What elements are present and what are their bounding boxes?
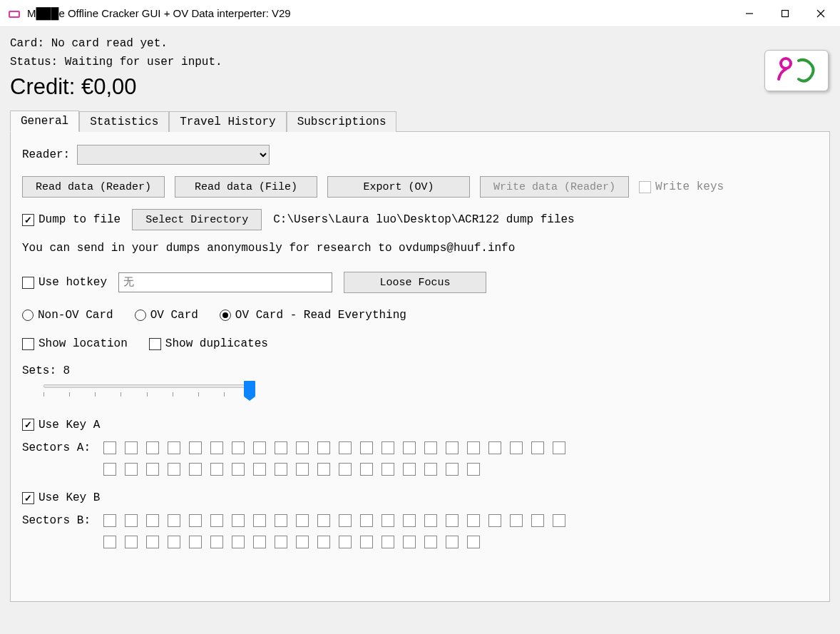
sector-b-8[interactable]: [275, 514, 287, 527]
radio-non-ov-dot[interactable]: [22, 310, 34, 321]
show-duplicates-checkbox[interactable]: Show duplicates: [149, 337, 268, 350]
sector-b-2[interactable]: [146, 514, 159, 527]
sector-a-38[interactable]: [446, 463, 459, 476]
sector-a-10[interactable]: [317, 441, 330, 454]
radio-ov-all[interactable]: OV Card - Read Everything: [220, 309, 406, 322]
sector-a-18[interactable]: [488, 441, 501, 454]
sector-a-33[interactable]: [339, 463, 352, 476]
tab-statistics[interactable]: Statistics: [79, 111, 169, 132]
sector-b-6[interactable]: [232, 514, 245, 527]
sector-a-16[interactable]: [446, 441, 459, 454]
radio-ov-dot[interactable]: [135, 310, 146, 321]
sector-b-7[interactable]: [253, 514, 266, 527]
sector-a-19[interactable]: [510, 441, 523, 454]
sector-a-20[interactable]: [531, 441, 544, 454]
use-key-b-box[interactable]: [22, 492, 34, 504]
sector-b-29[interactable]: [253, 536, 266, 548]
sector-b-24[interactable]: [146, 536, 159, 548]
sector-a-12[interactable]: [360, 441, 373, 454]
tab-general[interactable]: General: [10, 111, 79, 132]
sector-a-17[interactable]: [467, 441, 480, 454]
sector-a-14[interactable]: [403, 441, 416, 454]
sector-b-30[interactable]: [275, 536, 287, 548]
dump-to-file-box[interactable]: [22, 214, 34, 226]
sector-a-13[interactable]: [381, 441, 394, 454]
sector-a-34[interactable]: [360, 463, 373, 476]
tab-travel-history[interactable]: Travel History: [169, 111, 286, 132]
sector-a-4[interactable]: [189, 441, 202, 454]
export-ov-button[interactable]: Export (OV): [327, 176, 470, 198]
sector-a-6[interactable]: [232, 441, 245, 454]
sector-a-28[interactable]: [232, 463, 245, 476]
reader-select[interactable]: [77, 145, 270, 165]
sector-b-12[interactable]: [360, 514, 373, 527]
sector-b-18[interactable]: [488, 514, 501, 527]
sector-b-16[interactable]: [446, 514, 459, 527]
sector-b-34[interactable]: [360, 536, 373, 548]
slider-track[interactable]: [43, 384, 250, 388]
use-key-b-checkbox[interactable]: Use Key B: [22, 491, 100, 504]
sector-b-1[interactable]: [125, 514, 138, 527]
sector-b-11[interactable]: [339, 514, 352, 527]
use-key-a-checkbox[interactable]: Use Key A: [22, 419, 100, 431]
sector-b-3[interactable]: [168, 514, 180, 527]
sector-a-25[interactable]: [168, 463, 180, 476]
sector-b-13[interactable]: [381, 514, 394, 527]
sector-a-2[interactable]: [146, 441, 159, 454]
sector-b-32[interactable]: [317, 536, 330, 548]
close-button[interactable]: [803, 1, 839, 26]
sector-b-21[interactable]: [553, 514, 565, 527]
read-data-file-button[interactable]: Read data (File): [175, 176, 317, 198]
sector-b-38[interactable]: [446, 536, 459, 548]
tab-subscriptions[interactable]: Subscriptions: [287, 111, 397, 132]
sector-b-15[interactable]: [424, 514, 437, 527]
sector-a-7[interactable]: [253, 441, 266, 454]
sector-a-11[interactable]: [339, 441, 352, 454]
sector-b-37[interactable]: [424, 536, 437, 548]
sector-b-31[interactable]: [296, 536, 309, 548]
sets-slider[interactable]: [43, 384, 250, 397]
sector-b-28[interactable]: [232, 536, 245, 548]
sector-b-23[interactable]: [125, 536, 138, 548]
sector-a-39[interactable]: [467, 463, 480, 476]
sector-a-29[interactable]: [253, 463, 266, 476]
sector-a-37[interactable]: [424, 463, 437, 476]
maximize-button[interactable]: [767, 1, 803, 26]
slider-thumb[interactable]: [244, 381, 255, 397]
sector-a-3[interactable]: [168, 441, 180, 454]
sector-a-24[interactable]: [146, 463, 159, 476]
sector-a-15[interactable]: [424, 441, 437, 454]
sector-a-26[interactable]: [189, 463, 202, 476]
sector-a-30[interactable]: [275, 463, 287, 476]
sector-a-36[interactable]: [403, 463, 416, 476]
sector-b-35[interactable]: [381, 536, 394, 548]
sector-a-32[interactable]: [317, 463, 330, 476]
sector-b-9[interactable]: [296, 514, 309, 527]
sector-a-8[interactable]: [275, 441, 287, 454]
sector-b-22[interactable]: [103, 536, 116, 548]
sector-b-39[interactable]: [467, 536, 480, 548]
sector-b-25[interactable]: [168, 536, 180, 548]
use-key-a-box[interactable]: [22, 419, 34, 431]
radio-ov-all-dot[interactable]: [220, 310, 231, 321]
show-location-checkbox[interactable]: Show location: [22, 337, 128, 350]
sector-a-23[interactable]: [125, 463, 138, 476]
sector-a-0[interactable]: [103, 441, 116, 454]
sector-b-17[interactable]: [467, 514, 480, 527]
show-duplicates-box[interactable]: [149, 338, 161, 350]
sector-b-33[interactable]: [339, 536, 352, 548]
loose-focus-button[interactable]: Loose Focus: [344, 272, 486, 293]
use-hotkey-checkbox[interactable]: Use hotkey: [22, 276, 107, 289]
show-location-box[interactable]: [22, 338, 34, 350]
sector-b-27[interactable]: [210, 536, 223, 548]
sector-a-31[interactable]: [296, 463, 309, 476]
select-directory-button[interactable]: Select Directory: [132, 209, 262, 230]
sector-b-26[interactable]: [189, 536, 202, 548]
sector-b-5[interactable]: [210, 514, 223, 527]
sector-b-20[interactable]: [531, 514, 544, 527]
read-data-reader-button[interactable]: Read data (Reader): [22, 176, 165, 198]
sector-b-14[interactable]: [403, 514, 416, 527]
sector-b-10[interactable]: [317, 514, 330, 527]
sector-a-5[interactable]: [210, 441, 223, 454]
sector-b-0[interactable]: [103, 514, 116, 527]
